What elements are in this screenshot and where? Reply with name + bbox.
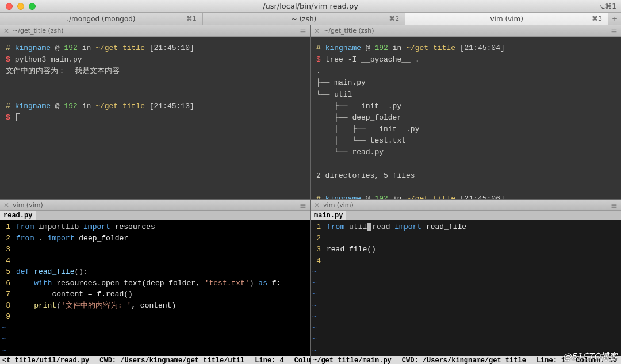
app-tab-shortcut: ⌘3 xyxy=(592,15,602,22)
pane-bottom-left: ✕ vim (vim) ≡ read.py 1from importlib im… xyxy=(0,200,310,364)
terminal-output[interactable]: # kingname @ 192 in ~/get_title [21:45:1… xyxy=(0,37,310,199)
pane-menu-icon[interactable]: ≡ xyxy=(300,201,306,210)
pane-menu-icon[interactable]: ≡ xyxy=(611,26,618,36)
pane-menu-icon[interactable]: ≡ xyxy=(611,201,618,210)
close-pane-icon[interactable]: ✕ xyxy=(3,28,9,35)
pane-tabstrip: ✕ vim (vim) ≡ xyxy=(0,200,310,211)
pane-top-right: ✕ ~/get_title (zsh) ≡ # kingname @ 192 i… xyxy=(310,25,621,200)
pane-top-left: ✕ ~/get_title (zsh) ≡ # kingname @ 192 i… xyxy=(0,25,310,200)
window-title: /usr/local/bin/vim read.py xyxy=(0,2,621,10)
pane-tabstrip: ✕ ~/get_title (zsh) ≡ xyxy=(0,25,310,37)
pane-bottom-right: ✕ vim (vim) ≡ main.py 1from utilread imp… xyxy=(310,200,621,364)
app-tab-shortcut: ⌘1 xyxy=(186,15,197,22)
pane-tab-label[interactable]: ~/get_title (zsh) xyxy=(323,27,374,35)
terminal-output[interactable]: # kingname @ 192 in ~/get_title [21:45:0… xyxy=(310,37,621,199)
cursor-icon xyxy=(367,223,371,231)
close-pane-icon[interactable]: ✕ xyxy=(314,202,320,209)
traffic-lights xyxy=(0,3,36,10)
pane-tab-label[interactable]: ~/get_title (zsh) xyxy=(13,27,64,35)
minimize-window-button[interactable] xyxy=(17,3,24,10)
app-tab-vim[interactable]: vim (vim) ⌘3 xyxy=(405,13,608,25)
titlebar-shortcut-badge: ⌥⌘1 xyxy=(597,2,616,10)
pane-menu-icon[interactable]: ≡ xyxy=(300,26,306,36)
close-window-button[interactable] xyxy=(6,3,13,10)
pane-tabstrip: ✕ vim (vim) ≡ xyxy=(310,200,621,211)
app-tab-label: ~ (zsh) xyxy=(292,15,316,23)
vim-editor[interactable]: main.py 1from utilread import read_file … xyxy=(310,211,621,364)
close-pane-icon[interactable]: ✕ xyxy=(314,28,320,35)
app-tab-zsh[interactable]: ~ (zsh) ⌘2 xyxy=(203,13,406,25)
app-tab-mongod[interactable]: ./mongod (mongod) ⌘1 xyxy=(0,13,203,25)
app-tab-bar: ./mongod (mongod) ⌘1 ~ (zsh) ⌘2 vim (vim… xyxy=(0,13,621,25)
app-tab-shortcut: ⌘2 xyxy=(389,15,399,22)
code-area[interactable]: 1from importlib import resources 2from .… xyxy=(0,220,310,356)
vim-tab-active[interactable]: main.py xyxy=(310,211,346,220)
new-tab-button[interactable]: + xyxy=(608,13,621,25)
app-tab-label: vim (vim) xyxy=(490,15,523,23)
window-titlebar: /usr/local/bin/vim read.py ⌥⌘1 xyxy=(0,0,621,13)
pane-tab-label[interactable]: vim (vim) xyxy=(323,201,354,209)
zoom-window-button[interactable] xyxy=(29,3,36,10)
pane-tab-label[interactable]: vim (vim) xyxy=(13,201,43,209)
vim-editor[interactable]: read.py 1from importlib import resources… xyxy=(0,211,310,364)
vim-statusline: <t_title/util/read.pyCWD: /Users/kingnam… xyxy=(0,356,310,364)
close-pane-icon[interactable]: ✕ xyxy=(3,202,9,209)
cursor-icon xyxy=(16,113,20,121)
pane-grid: ✕ ~/get_title (zsh) ≡ # kingname @ 192 i… xyxy=(0,25,621,353)
watermark: @51CTO博客 xyxy=(562,351,618,362)
code-area[interactable]: 1from utilread import read_file 2 3read_… xyxy=(310,220,621,356)
vim-tabline: read.py xyxy=(0,211,310,220)
vim-tab-active[interactable]: read.py xyxy=(0,211,36,220)
pane-tabstrip: ✕ ~/get_title (zsh) ≡ xyxy=(310,25,621,37)
app-tab-label: ./mongod (mongod) xyxy=(67,15,135,23)
vim-tabline: main.py xyxy=(310,211,621,220)
